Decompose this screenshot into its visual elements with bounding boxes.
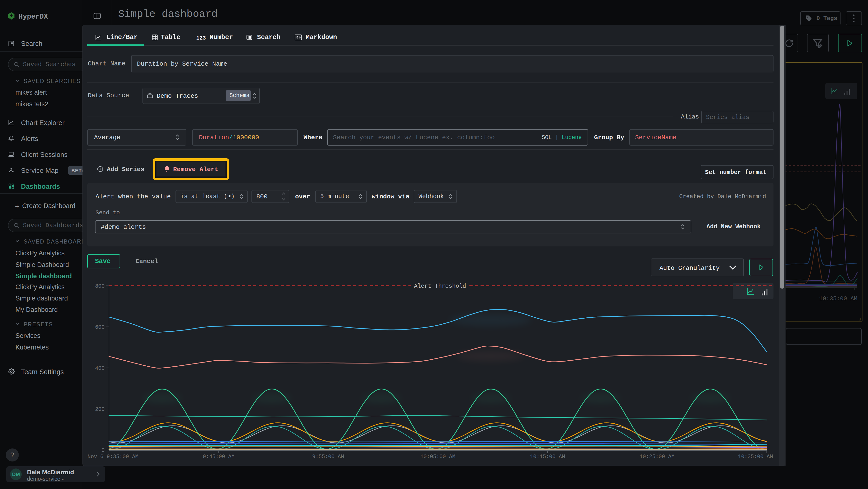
svg-text:0: 0 (101, 448, 105, 454)
svg-text:10:05:00 AM: 10:05:00 AM (420, 454, 455, 460)
svg-text:10:35:00 AM: 10:35:00 AM (819, 295, 858, 302)
svg-text:10:25:00 AM: 10:25:00 AM (640, 454, 674, 460)
svg-text:200: 200 (95, 406, 105, 412)
svg-text:10:35:00 AM: 10:35:00 AM (738, 454, 773, 460)
svg-text:Alert Threshold: Alert Threshold (414, 283, 466, 289)
svg-text:9:55:00 AM: 9:55:00 AM (312, 454, 344, 460)
svg-text:800: 800 (95, 283, 105, 289)
svg-text:10:15:00 AM: 10:15:00 AM (530, 454, 565, 460)
svg-text:9:45:00 AM: 9:45:00 AM (203, 454, 235, 460)
svg-text:Nov 6 9:35:00 AM: Nov 6 9:35:00 AM (88, 454, 138, 460)
svg-text:400: 400 (95, 366, 105, 371)
svg-text:600: 600 (95, 324, 105, 330)
